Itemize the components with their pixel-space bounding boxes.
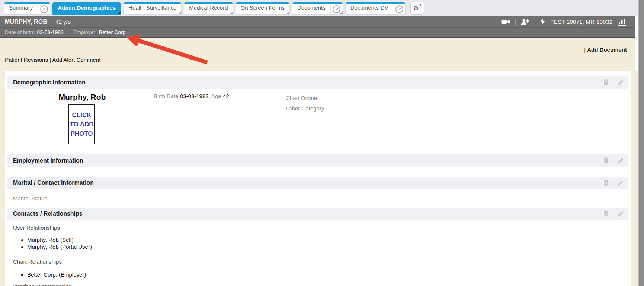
chart-relationships-list: Better Corp. (Employer) bbox=[20, 271, 86, 279]
audit-log-icon[interactable] bbox=[602, 179, 609, 187]
section-title: Demographic Information bbox=[13, 79, 86, 86]
section-title: Marital / Contact Information bbox=[13, 180, 94, 186]
audit-log-icon[interactable] bbox=[602, 79, 609, 86]
tab-documents[interactable]: Documents ↗ bbox=[292, 2, 343, 15]
tab-documents-dv[interactable]: Documents-DV ↗ bbox=[345, 2, 406, 15]
edit-pencil-icon[interactable] bbox=[617, 157, 624, 164]
user-relationships-label: User Relationships bbox=[13, 225, 60, 231]
tab-admin-demographics[interactable]: Admin:Demographics bbox=[52, 2, 121, 15]
page-body: Demographic Information Murphy, Rob CLIC… bbox=[0, 71, 638, 286]
pipe: | bbox=[584, 46, 586, 53]
employer-link[interactable]: Better Corp. bbox=[99, 29, 127, 35]
gear-small-icon: ⚙ bbox=[418, 3, 422, 7]
section-demographic-information[interactable]: Demographic Information bbox=[7, 76, 628, 89]
section-contacts-relationships[interactable]: Contacts / Relationships bbox=[7, 208, 628, 220]
open-in-popup-icon[interactable]: ↗ bbox=[393, 2, 405, 14]
patient-links-row: Patient Revisions | Add Alert Comment bbox=[5, 57, 100, 63]
add-photo-placeholder[interactable]: CLICK TO ADD PHOTO bbox=[68, 104, 95, 144]
patient-age: 42 y/o bbox=[55, 19, 71, 25]
page-body-top: | Add Document | Patient Revisions | Add… bbox=[0, 38, 635, 71]
user-relationships-list: Murphy, Rob (Self) Murphy, Rob (Portal U… bbox=[20, 237, 92, 251]
list-item: Better Corp. (Employer) bbox=[27, 271, 86, 278]
section-marital-contact-information[interactable]: Marital / Contact Information bbox=[7, 177, 628, 189]
section-title: Contacts / Relationships bbox=[13, 211, 83, 217]
edit-pencil-icon[interactable] bbox=[617, 211, 624, 218]
divider bbox=[613, 210, 613, 218]
photo-text-line: PHOTO bbox=[70, 129, 93, 138]
audit-log-icon[interactable] bbox=[602, 210, 609, 218]
patient-revisions-link[interactable]: Patient Revisions bbox=[5, 57, 48, 63]
tab-summary[interactable]: Summary ↗ bbox=[4, 2, 50, 15]
dob-value: 03-03-1983 bbox=[37, 29, 64, 35]
vertical-scrollbar[interactable] bbox=[638, 0, 644, 286]
tab-corner-fold bbox=[118, 11, 121, 14]
dob-label: Date of birth: bbox=[5, 29, 35, 35]
chart-status-column: Chart Online Labor Category bbox=[286, 93, 324, 114]
tab-label: Medical Record bbox=[184, 2, 233, 14]
section-employment-information[interactable]: Employment Information bbox=[7, 154, 628, 167]
divider bbox=[515, 19, 516, 25]
add-person-icon[interactable] bbox=[521, 19, 529, 25]
tab-label: Health Surveillance bbox=[124, 2, 181, 14]
tab-settings-button[interactable]: ⚙ ⚙ bbox=[410, 2, 424, 15]
edit-pencil-icon[interactable] bbox=[617, 79, 624, 86]
add-document-row: | Add Document | bbox=[584, 46, 630, 53]
tab-corner-fold bbox=[340, 11, 343, 14]
patient-ids: TEST-10071, MR-10032 bbox=[550, 19, 612, 25]
photo-text-line: CLICK bbox=[72, 110, 92, 120]
birth-date-line: Birth Date 03-03-1983, Age 42 bbox=[154, 93, 229, 99]
audit-log-icon[interactable] bbox=[602, 157, 609, 164]
tab-corner-fold bbox=[230, 11, 233, 14]
pipe: | bbox=[628, 46, 630, 53]
labor-category-label: Labor Category bbox=[286, 103, 324, 114]
patient-name: MURPHY, ROB bbox=[5, 19, 47, 25]
divider bbox=[613, 79, 613, 86]
divider bbox=[613, 157, 613, 164]
edit-pencil-icon[interactable] bbox=[617, 180, 624, 187]
tab-label: On Screen Forms bbox=[236, 2, 289, 14]
section-title: Employment Information bbox=[13, 157, 83, 164]
marital-status-label: Marital Status: bbox=[13, 195, 49, 202]
demographics-card: Demographic Information Murphy, Rob CLIC… bbox=[5, 71, 631, 286]
tab-label: Admin:Demographics bbox=[53, 2, 121, 14]
video-camera-icon[interactable] bbox=[501, 19, 510, 25]
list-item: Murphy, Rob (Portal User) bbox=[27, 244, 92, 250]
list-item: Murphy, Rob (Self) bbox=[27, 237, 92, 243]
add-document-link[interactable]: Add Document bbox=[587, 46, 627, 53]
interface-discrepancies-label: Interface Discrepancies bbox=[13, 283, 71, 286]
chart-relationships-label: Chart Relationships bbox=[13, 258, 62, 265]
tab-corner-fold bbox=[286, 11, 289, 14]
tab-medical-record[interactable]: Medical Record bbox=[184, 2, 233, 15]
open-in-popup-icon[interactable]: ↗ bbox=[38, 2, 50, 14]
patient-header: MURPHY, ROB 42 y/o TEST-10071, MR-10032 bbox=[0, 16, 635, 27]
patient-display-name: Murphy, Rob bbox=[58, 93, 107, 102]
patient-subheader: Date of birth: 03-03-1983 Employer: Bett… bbox=[0, 27, 635, 38]
employer-label: Employer: bbox=[73, 29, 97, 35]
tab-label: Documents bbox=[292, 2, 330, 14]
chart-tab-bar: Summary ↗ Admin:Demographics Health Surv… bbox=[0, 0, 638, 16]
tab-label: Summary bbox=[4, 2, 38, 14]
tab-label: Documents-DV bbox=[346, 2, 393, 14]
tab-health-surveillance[interactable]: Health Surveillance bbox=[123, 2, 182, 15]
tab-on-screen-forms[interactable]: On Screen Forms bbox=[236, 2, 290, 15]
divider bbox=[613, 179, 613, 187]
bar-chart-icon[interactable] bbox=[618, 18, 627, 26]
photo-text-line: TO ADD bbox=[70, 120, 93, 129]
tab-corner-fold bbox=[178, 11, 181, 14]
add-alert-comment-link[interactable]: Add Alert Comment bbox=[52, 57, 100, 63]
chart-online-label: Chart Online bbox=[286, 93, 324, 103]
separator: | bbox=[48, 57, 52, 63]
lightning-bolt-icon[interactable] bbox=[540, 18, 545, 25]
divider bbox=[535, 19, 535, 25]
